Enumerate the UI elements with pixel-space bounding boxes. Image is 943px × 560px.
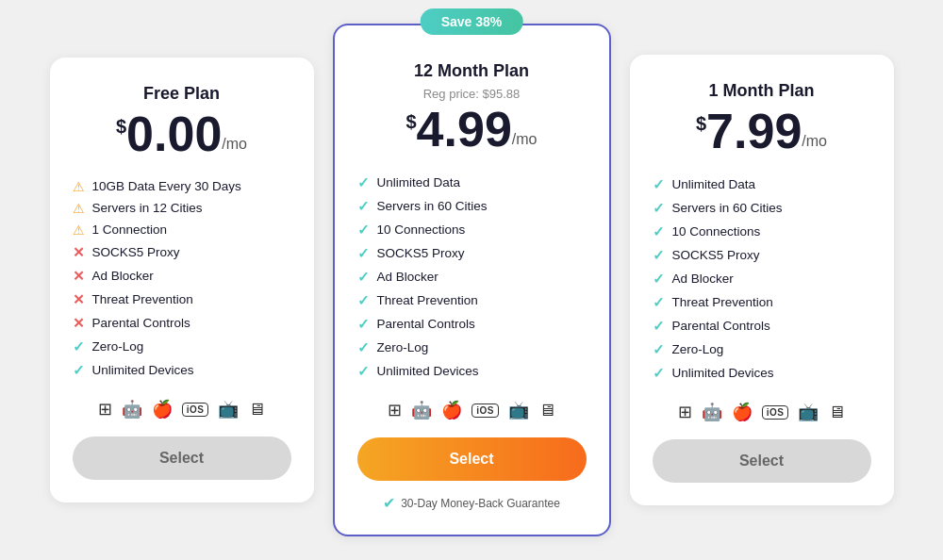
check-icon: ✓ <box>653 318 665 335</box>
feature-item: ✕Ad Blocker <box>73 264 291 288</box>
pricing-container: Free Plan $ 0.00 /mo ⚠10GB Data Every 30… <box>0 5 943 555</box>
price-row: $ 0.00 /mo <box>116 109 247 158</box>
tv-icon: 📺 <box>798 402 819 422</box>
check-icon: ✓ <box>653 247 665 264</box>
windows-icon: ⊞ <box>678 402 692 422</box>
feature-text: Threat Prevention <box>377 293 478 307</box>
feature-item: ✓SOCKS5 Proxy <box>357 241 587 265</box>
x-icon: ✕ <box>73 244 85 261</box>
feature-item: ✓Zero-Log <box>653 338 871 361</box>
reg-price: Reg price: $95.88 <box>423 87 521 101</box>
price-row: $ 7.99 /mo <box>696 107 827 156</box>
check-icon: ✓ <box>357 174 370 191</box>
feature-text: Servers in 12 Cities <box>92 201 203 215</box>
ios-icon: iOS <box>762 405 789 420</box>
check-icon: ✓ <box>653 341 665 358</box>
select-button-free[interactable]: Select <box>73 436 291 480</box>
x-icon: ✕ <box>73 291 85 308</box>
guarantee-text: 30-Day Money-Back Guarantee <box>401 497 560 510</box>
feature-text: Unlimited Data <box>672 177 756 191</box>
feature-item: ✓Threat Prevention <box>653 290 871 314</box>
check-icon: ✓ <box>653 200 665 217</box>
feature-text: 10 Connections <box>672 224 761 239</box>
price-period: /mo <box>222 136 247 153</box>
warn-icon: ⚠ <box>73 222 85 238</box>
feature-text: Zero-Log <box>92 339 144 354</box>
apple-icon: 🍎 <box>732 402 753 422</box>
feature-item: ✓Unlimited Devices <box>653 361 871 385</box>
feature-text: Ad Blocker <box>377 270 438 284</box>
feature-text: Ad Blocker <box>92 269 154 283</box>
select-button-1month[interactable]: Select <box>653 439 871 483</box>
feature-item: ✕Parental Controls <box>73 311 291 335</box>
android-icon: 🤖 <box>411 400 432 420</box>
feature-text: Servers in 60 Cities <box>672 201 783 215</box>
feature-text: SOCKS5 Proxy <box>377 246 465 260</box>
feature-text: SOCKS5 Proxy <box>672 248 760 262</box>
check-icon: ✓ <box>357 363 370 380</box>
check-icon: ✓ <box>357 339 370 356</box>
plan-card-1month: 1 Month Plan $ 7.99 /mo ✓Unlimited Data✓… <box>630 55 894 505</box>
price-dollar: $ <box>116 117 126 136</box>
check-icon: ✓ <box>653 223 665 240</box>
plan-card-12month: Save 38%12 Month PlanReg price: $95.88 $… <box>333 24 611 536</box>
feature-text: Parental Controls <box>92 316 190 330</box>
feature-item: ✓Ad Blocker <box>653 267 871 290</box>
apple-icon: 🍎 <box>441 400 462 420</box>
feature-text: Parental Controls <box>672 319 770 333</box>
apple-icon: 🍎 <box>152 399 173 420</box>
feature-item: ✓Ad Blocker <box>357 265 587 288</box>
feature-text: Threat Prevention <box>672 295 773 309</box>
feature-item: ✓Unlimited Devices <box>73 358 291 382</box>
ios-icon: iOS <box>472 404 499 418</box>
warn-icon: ⚠ <box>73 201 85 216</box>
feature-item: ✕Threat Prevention <box>73 288 291 311</box>
feature-text: Ad Blocker <box>672 272 734 286</box>
feature-item: ✓Servers in 60 Cities <box>357 194 587 218</box>
feature-text: Zero-Log <box>377 340 429 354</box>
feature-text: Unlimited Devices <box>92 363 194 377</box>
feature-text: Parental Controls <box>377 317 475 331</box>
feature-text: 1 Connection <box>92 222 168 237</box>
feature-text: Unlimited Devices <box>377 364 479 378</box>
feature-item: ✓Unlimited Data <box>357 171 587 194</box>
price-main: 4.99 <box>417 105 512 154</box>
check-icon: ✓ <box>653 365 665 382</box>
check-icon: ✓ <box>357 292 370 309</box>
feature-item: ✓Parental Controls <box>653 314 871 338</box>
android-icon: 🤖 <box>702 402 722 422</box>
check-icon: ✓ <box>653 271 665 288</box>
feature-text: Unlimited Devices <box>672 366 774 380</box>
plan-title: 12 Month Plan <box>414 61 529 81</box>
feature-text: SOCKS5 Proxy <box>92 245 180 259</box>
platform-icons: ⊞ 🤖 🍎 iOS 📺 🖥 <box>678 402 846 422</box>
x-icon: ✕ <box>73 315 85 332</box>
check-icon: ✓ <box>653 176 665 193</box>
android-icon: 🤖 <box>122 399 142 420</box>
feature-item: ✓10 Connections <box>653 220 871 243</box>
select-button-12month[interactable]: Select <box>357 437 587 481</box>
feature-item: ⚠1 Connection <box>73 219 291 240</box>
feature-item: ⚠10GB Data Every 30 Days <box>73 175 291 197</box>
guarantee-row: ✔ 30-Day Money-Back Guarantee <box>383 494 560 512</box>
tv-icon: 📺 <box>508 400 529 420</box>
feature-item: ✓Threat Prevention <box>357 288 587 312</box>
router-icon: 🖥 <box>828 403 845 422</box>
feature-text: 10 Connections <box>377 222 466 237</box>
check-icon: ✓ <box>73 362 85 379</box>
check-icon: ✓ <box>357 269 370 286</box>
price-main: 7.99 <box>706 107 802 156</box>
plan-title: 1 Month Plan <box>709 81 815 101</box>
feature-text: Servers in 60 Cities <box>377 199 488 213</box>
price-period: /mo <box>512 131 538 148</box>
save-badge: Save 38% <box>421 8 523 35</box>
x-icon: ✕ <box>73 268 85 285</box>
feature-item: ✓Servers in 60 Cities <box>653 196 871 220</box>
feature-item: ✓Unlimited Devices <box>357 359 587 383</box>
ios-icon: iOS <box>182 403 209 417</box>
feature-item: ✓Unlimited Data <box>653 173 871 196</box>
plan-title: Free Plan <box>143 84 220 104</box>
feature-text: Zero-Log <box>672 342 724 356</box>
router-icon: 🖥 <box>248 400 265 420</box>
price-row: $ 4.99 /mo <box>405 105 537 154</box>
